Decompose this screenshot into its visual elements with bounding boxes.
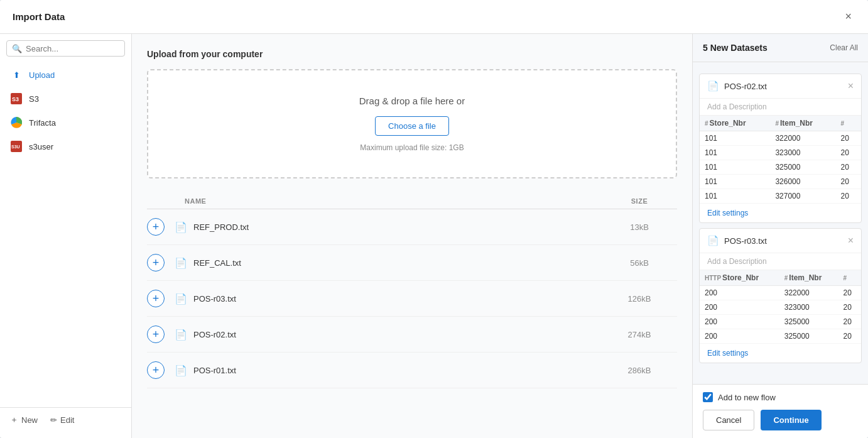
import-data-modal: Import Data × 🔍 / ⬆ Upload S3 bbox=[0, 0, 868, 438]
add-file-button[interactable]: + bbox=[147, 254, 165, 271]
add-to-flow-label[interactable]: Add to new flow bbox=[718, 393, 776, 402]
sidebar: 🔍 / ⬆ Upload S3 S3 bbox=[0, 34, 132, 438]
table-cell: 200 bbox=[700, 300, 779, 315]
file-icon: 📄 bbox=[175, 293, 187, 305]
edit-settings-button[interactable]: Edit settings bbox=[700, 204, 756, 222]
dataset-table: HTTPStore_Nbr#Item_Nbr# 2003220002020032… bbox=[700, 270, 861, 344]
table-row: + 📄 POS-r02.txt 274kB bbox=[147, 317, 677, 353]
table-row: + 📄 REF_CAL.txt 56kB bbox=[147, 245, 677, 281]
section-title: Upload from your computer bbox=[147, 49, 677, 59]
sidebar-item-s3[interactable]: S3 S3 bbox=[0, 87, 131, 111]
file-size: 274kB bbox=[602, 330, 677, 339]
add-to-flow-row: Add to new flow bbox=[703, 392, 858, 402]
right-panel: 5 New Datasets Clear All 📄 POS-r02.txt ×… bbox=[692, 34, 868, 438]
table-cell: 327000 bbox=[770, 189, 835, 204]
trifacta-icon bbox=[10, 116, 23, 129]
table-row: 20032500020 bbox=[700, 329, 861, 344]
table-cell: 101 bbox=[700, 175, 770, 189]
modal-title: Import Data bbox=[13, 11, 65, 22]
table-cell: 325000 bbox=[779, 315, 838, 329]
search-input[interactable] bbox=[26, 44, 131, 53]
search-bar[interactable]: 🔍 / bbox=[6, 40, 125, 57]
add-file-button[interactable]: + bbox=[147, 218, 165, 236]
right-panel-footer: Add to new flow Cancel Continue bbox=[693, 384, 868, 438]
new-button[interactable]: ＋ New bbox=[10, 414, 38, 425]
sidebar-item-s3user[interactable]: S3U s3user bbox=[0, 134, 131, 158]
modal-body: 🔍 / ⬆ Upload S3 S3 bbox=[0, 34, 868, 438]
table-row: + 📄 REF_PROD.txt 13kB bbox=[147, 209, 677, 245]
table-cell: 20 bbox=[836, 131, 861, 146]
file-icon: 📄 bbox=[707, 235, 719, 246]
sidebar-item-trifacta[interactable]: Trifacta bbox=[0, 111, 131, 134]
sidebar-item-label: Trifacta bbox=[29, 118, 56, 128]
file-size: 56kB bbox=[602, 258, 677, 268]
sidebar-item-label: S3 bbox=[29, 94, 39, 104]
clear-all-button[interactable]: Clear All bbox=[830, 43, 858, 52]
s3user-icon: S3U bbox=[10, 140, 23, 153]
continue-button[interactable]: Continue bbox=[761, 410, 821, 430]
add-description[interactable]: Add a Description bbox=[700, 99, 861, 116]
plus-icon: ＋ bbox=[10, 414, 18, 425]
cancel-button[interactable]: Cancel bbox=[703, 410, 754, 430]
table-cell: 20 bbox=[836, 175, 861, 189]
table-cell: 20 bbox=[836, 146, 861, 160]
add-description[interactable]: Add a Description bbox=[700, 253, 861, 270]
choose-file-button[interactable]: Choose a file bbox=[375, 116, 449, 136]
file-name: REF_PROD.txt bbox=[193, 222, 602, 232]
sidebar-footer: ＋ New ✏ Edit bbox=[0, 407, 131, 432]
sidebar-item-label: s3user bbox=[29, 142, 53, 151]
add-to-flow-checkbox[interactable] bbox=[703, 392, 713, 402]
svg-text:S3U: S3U bbox=[11, 145, 20, 149]
file-name: POS-r01.txt bbox=[193, 366, 602, 375]
table-cell: 101 bbox=[700, 131, 770, 146]
column-header: # bbox=[836, 116, 861, 131]
edit-button[interactable]: ✏ Edit bbox=[50, 414, 74, 425]
search-icon: 🔍 bbox=[12, 44, 22, 53]
sidebar-item-label: Upload bbox=[29, 70, 55, 80]
add-file-button[interactable]: + bbox=[147, 361, 165, 379]
file-size: 126kB bbox=[602, 294, 677, 304]
table-cell: 101 bbox=[700, 146, 770, 160]
table-cell: 325000 bbox=[770, 160, 835, 175]
col-size-header: SIZE bbox=[602, 197, 677, 205]
card-close-button[interactable]: × bbox=[848, 236, 854, 246]
dataset-card-header: 📄 POS-r03.txt × bbox=[700, 229, 861, 253]
modal-header: Import Data × bbox=[0, 0, 868, 34]
max-size-text: Maximum upload file size: 1GB bbox=[161, 143, 663, 152]
table-cell: 322000 bbox=[779, 286, 838, 300]
card-close-button[interactable]: × bbox=[848, 81, 854, 91]
svg-text:S3: S3 bbox=[12, 96, 19, 102]
table-row: 20032200020 bbox=[700, 286, 861, 300]
table-row: 20032500020 bbox=[700, 315, 861, 329]
dataset-card-name: POS-r02.txt bbox=[724, 82, 843, 91]
footer-buttons: Cancel Continue bbox=[703, 410, 858, 430]
table-cell: 101 bbox=[700, 189, 770, 204]
table-cell: 200 bbox=[700, 329, 779, 344]
table-cell: 326000 bbox=[770, 175, 835, 189]
right-panel-title: 5 New Datasets bbox=[703, 43, 768, 53]
file-icon: 📄 bbox=[175, 364, 187, 376]
close-button[interactable]: × bbox=[841, 9, 855, 25]
dataset-card-name: POS-r03.txt bbox=[724, 236, 843, 246]
column-header: #Store_Nbr bbox=[700, 116, 770, 131]
table-cell: 323000 bbox=[770, 146, 835, 160]
file-list-header: NAME SIZE bbox=[147, 194, 677, 209]
file-icon: 📄 bbox=[707, 80, 719, 92]
table-cell: 20 bbox=[838, 286, 861, 300]
table-row: 20032300020 bbox=[700, 300, 861, 315]
drop-zone[interactable]: Drag & drop a file here or Choose a file… bbox=[147, 69, 677, 178]
file-name: POS-r02.txt bbox=[193, 330, 602, 339]
column-header: #Item_Nbr bbox=[770, 116, 835, 131]
edit-settings-button[interactable]: Edit settings bbox=[700, 344, 756, 363]
sidebar-item-upload[interactable]: ⬆ Upload bbox=[0, 63, 131, 87]
col-name-header: NAME bbox=[147, 197, 602, 205]
file-list: + 📄 REF_PROD.txt 13kB + 📄 REF_CAL.txt 56… bbox=[147, 209, 677, 388]
column-header: HTTPStore_Nbr bbox=[700, 270, 779, 286]
table-row: 10132500020 bbox=[700, 160, 861, 175]
table-row: 10132200020 bbox=[700, 131, 861, 146]
file-size: 13kB bbox=[602, 222, 677, 232]
table-cell: 323000 bbox=[779, 300, 838, 315]
file-size: 286kB bbox=[602, 366, 677, 375]
add-file-button[interactable]: + bbox=[147, 290, 165, 307]
add-file-button[interactable]: + bbox=[147, 326, 165, 343]
